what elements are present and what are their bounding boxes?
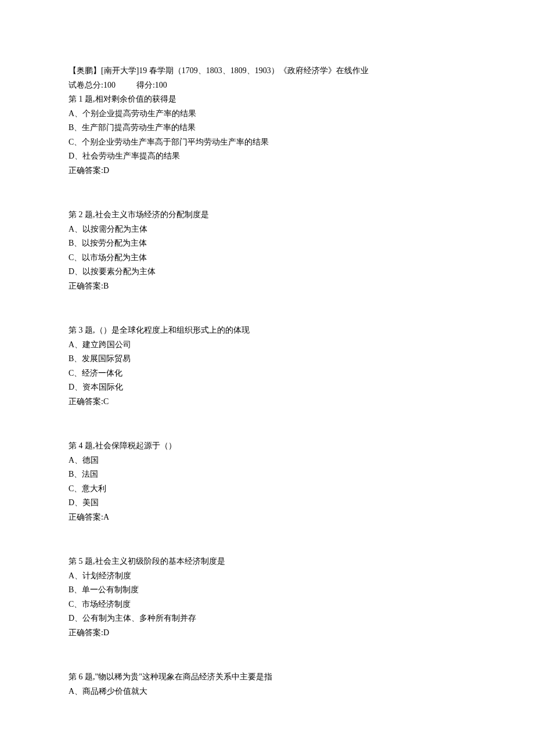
question-option: D、美国 xyxy=(68,496,466,510)
question-prompt: 第 3 题,（）是全球化程度上和组织形式上的的体现 xyxy=(68,323,466,338)
question-option: C、以市场分配为主体 xyxy=(68,251,466,265)
score-got: 得分:100 xyxy=(136,81,167,89)
question-block-2: 第 2 题,社会主义市场经济的分配制度是 A、以按需分配为主体 B、以按劳分配为… xyxy=(68,208,466,293)
question-option: C、意大利 xyxy=(68,482,466,496)
question-answer: 正确答案:D xyxy=(68,164,466,178)
question-option: B、发展国际贸易 xyxy=(68,352,466,366)
question-option: B、生产部门提高劳动生产率的结果 xyxy=(68,121,466,135)
question-option: A、建立跨国公司 xyxy=(68,338,466,352)
question-option: C、个别企业劳动生产率高于部门平均劳动生产率的结果 xyxy=(68,135,466,150)
question-option: A、个别企业提高劳动生产率的结果 xyxy=(68,107,466,121)
question-option: A、德国 xyxy=(68,453,466,468)
question-option: D、公有制为主体、多种所有制并存 xyxy=(68,611,466,626)
question-option: B、以按劳分配为主体 xyxy=(68,236,466,251)
document-title: 【奥鹏】[南开大学]19 春学期（1709、1803、1809、1903）《政府… xyxy=(68,64,466,78)
question-option: B、单一公有制制度 xyxy=(68,583,466,597)
question-option: A、以按需分配为主体 xyxy=(68,222,466,237)
question-prompt: 第 6 题,"物以稀为贵"这种现象在商品经济关系中主要是指 xyxy=(68,670,466,685)
question-answer: 正确答案:D xyxy=(68,626,466,640)
question-block-3: 第 3 题,（）是全球化程度上和组织形式上的的体现 A、建立跨国公司 B、发展国… xyxy=(68,323,466,409)
question-block-4: 第 4 题,社会保障税起源于（） A、德国 B、法国 C、意大利 D、美国 正确… xyxy=(68,439,466,524)
question-block-6: 第 6 题,"物以稀为贵"这种现象在商品经济关系中主要是指 A、商品稀少价值就大 xyxy=(68,670,466,699)
score-line: 试卷总分:100得分:100 xyxy=(68,78,466,93)
question-prompt: 第 4 题,社会保障税起源于（） xyxy=(68,439,466,453)
question-option: D、社会劳动生产率提高的结果 xyxy=(68,149,466,164)
question-option: B、法国 xyxy=(68,467,466,482)
question-answer: 正确答案:B xyxy=(68,279,466,294)
question-option: A、计划经济制度 xyxy=(68,569,466,584)
question-option: D、以按要素分配为主体 xyxy=(68,265,466,279)
question-prompt: 第 2 题,社会主义市场经济的分配制度是 xyxy=(68,208,466,222)
question-option: A、商品稀少价值就大 xyxy=(68,685,466,699)
question-prompt: 第 1 题,相对剩余价值的获得是 xyxy=(68,92,466,107)
question-answer: 正确答案:C xyxy=(68,395,466,409)
question-prompt: 第 5 题,社会主义初级阶段的基本经济制度是 xyxy=(68,555,466,569)
question-block-1: 第 1 题,相对剩余价值的获得是 A、个别企业提高劳动生产率的结果 B、生产部门… xyxy=(68,92,466,178)
question-option: C、经济一体化 xyxy=(68,366,466,381)
question-option: D、资本国际化 xyxy=(68,380,466,395)
question-block-5: 第 5 题,社会主义初级阶段的基本经济制度是 A、计划经济制度 B、单一公有制制… xyxy=(68,555,466,640)
score-total: 试卷总分:100 xyxy=(68,81,116,89)
question-option: C、市场经济制度 xyxy=(68,597,466,612)
question-answer: 正确答案:A xyxy=(68,510,466,525)
